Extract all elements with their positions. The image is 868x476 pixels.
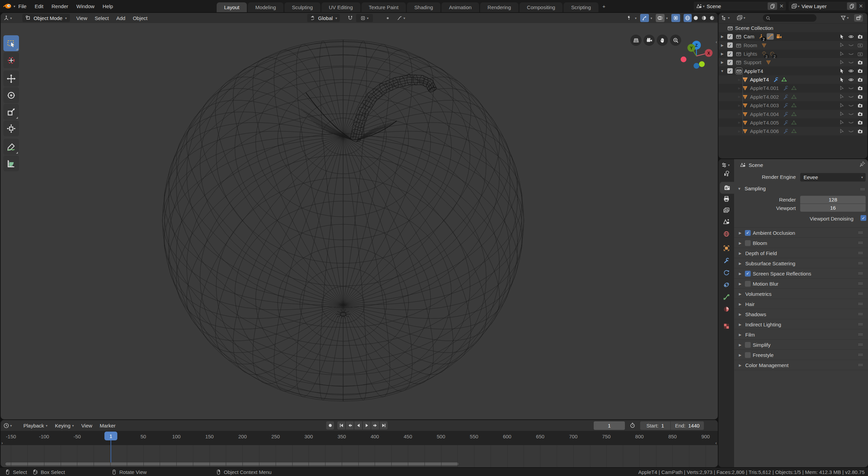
playhead-line[interactable]: [111, 440, 111, 462]
timeline-menu-view[interactable]: View: [78, 420, 96, 431]
expander-icon[interactable]: ▶: [738, 95, 742, 98]
selectable-toggle[interactable]: [839, 103, 848, 108]
hide-viewport-toggle[interactable]: [848, 42, 857, 48]
hide-viewport-toggle[interactable]: [848, 77, 857, 82]
panel-checkbox[interactable]: ✓: [745, 271, 751, 277]
timeline-menu-playback[interactable]: Playback▾: [20, 420, 51, 431]
selectable-toggle[interactable]: [839, 42, 848, 48]
expander-icon[interactable]: ▶: [718, 60, 726, 64]
drag-grip-icon[interactable]: [858, 271, 863, 276]
next-keyframe-button[interactable]: [371, 421, 379, 430]
disable-render-toggle[interactable]: [857, 42, 867, 48]
selectable-toggle[interactable]: [839, 120, 848, 125]
hide-viewport-toggle[interactable]: [848, 111, 857, 117]
expander-icon[interactable]: ▶: [738, 121, 742, 124]
panel-hair[interactable]: ▶Hair: [734, 299, 868, 309]
drag-grip-icon[interactable]: [858, 332, 863, 337]
disable-render-toggle[interactable]: [857, 94, 867, 99]
properties-tab-object[interactable]: [718, 242, 734, 254]
selectable-toggle[interactable]: [839, 94, 848, 99]
add-workspace-button[interactable]: +: [598, 0, 610, 12]
properties-tab-world[interactable]: [718, 228, 734, 240]
drag-grip-icon[interactable]: [858, 342, 863, 347]
chevron-down-icon[interactable]: ▾: [633, 16, 638, 20]
hide-viewport-toggle[interactable]: [848, 129, 857, 134]
outliner-search-input[interactable]: [763, 14, 816, 22]
selectable-toggle[interactable]: [839, 111, 848, 117]
disable-render-toggle[interactable]: [857, 129, 867, 134]
menu-help[interactable]: Help: [99, 0, 117, 12]
outliner-row[interactable]: ▶AppleT4.004: [718, 110, 867, 118]
timeline-menu-keying[interactable]: Keying▾: [51, 420, 78, 431]
render-engine-select[interactable]: Eevee ▾: [800, 173, 866, 182]
collection-checkbox[interactable]: ✓: [727, 51, 733, 57]
drag-grip-icon[interactable]: [858, 302, 863, 307]
outliner-row[interactable]: ▶✓Support: [718, 58, 867, 66]
panel-ambient-occlusion[interactable]: ▶✓Ambient Occlusion: [734, 227, 868, 238]
workspace-tab-shading[interactable]: Shading: [407, 2, 440, 12]
expander-icon[interactable]: ▶: [718, 52, 726, 56]
navigation-gizmo[interactable]: Z Y X: [665, 33, 716, 74]
sampling-panel-header[interactable]: ▼ Sampling: [737, 186, 766, 191]
expander-icon[interactable]: ▶: [739, 363, 744, 367]
disable-render-toggle[interactable]: [857, 111, 867, 117]
tool-scale-button[interactable]: [3, 104, 19, 120]
expander-icon[interactable]: ▶: [739, 241, 744, 245]
tool-measure-button[interactable]: [3, 155, 19, 171]
new-scene-button[interactable]: [768, 2, 777, 10]
selectable-toggle[interactable]: [839, 85, 848, 91]
outliner-row-scene-collection[interactable]: Scene Collection: [718, 24, 867, 32]
nav-ortho-grid-button[interactable]: [630, 35, 642, 46]
outliner-row[interactable]: ▶✓Lights 3 2: [718, 50, 867, 58]
expander-icon[interactable]: ▶: [739, 343, 744, 347]
hide-viewport-toggle[interactable]: [848, 85, 857, 91]
disable-render-toggle[interactable]: [857, 77, 867, 82]
outliner-row[interactable]: ▶✓Cam 2: [718, 32, 867, 41]
proportional-editing-button[interactable]: [383, 14, 392, 22]
panel-film[interactable]: ▶Film: [734, 329, 868, 340]
shading-rendered-button[interactable]: [708, 14, 716, 22]
panel-checkbox[interactable]: [745, 281, 751, 287]
panel-indirect-lighting[interactable]: ▶Indirect Lighting: [734, 319, 868, 329]
workspace-tab-scripting[interactable]: Scripting: [564, 2, 598, 12]
menu-edit[interactable]: Edit: [31, 0, 47, 12]
expander-icon[interactable]: ▶: [739, 312, 744, 316]
drag-grip-icon[interactable]: [858, 230, 863, 235]
expander-icon[interactable]: ▶: [718, 35, 726, 38]
viewport-menu-add[interactable]: Add: [113, 13, 129, 23]
outliner-filter-button[interactable]: ▾: [841, 13, 849, 23]
outliner-row[interactable]: ▶AppleT4: [718, 75, 867, 84]
mode-selector[interactable]: Object Mode ▾: [22, 14, 70, 22]
panel-motion-blur[interactable]: ▶Motion Blur: [734, 278, 868, 289]
collection-checkbox[interactable]: ✓: [727, 42, 733, 48]
disable-render-toggle[interactable]: [857, 120, 867, 125]
outliner-row[interactable]: ▶AppleT4.006: [718, 127, 867, 135]
panel-freestyle[interactable]: ▶Freestyle: [734, 349, 868, 360]
expander-icon[interactable]: ▶: [738, 104, 742, 107]
snap-settings-button[interactable]: ▾: [356, 14, 373, 22]
expander-icon[interactable]: ▶: [718, 43, 726, 47]
tool-box-select-button[interactable]: [3, 35, 19, 51]
transform-orientation-selector[interactable]: Global ▾: [307, 14, 340, 22]
properties-tab-curve-data[interactable]: [718, 291, 734, 303]
properties-tab-tool[interactable]: [718, 168, 734, 179]
outliner-row[interactable]: ▶AppleT4.003: [718, 101, 867, 110]
workspace-tab-animation[interactable]: Animation: [441, 2, 479, 12]
expander-icon[interactable]: ▶: [739, 231, 744, 235]
scene-selector[interactable]: ▾ Scene ✕: [694, 2, 786, 11]
jump-to-start-button[interactable]: [337, 421, 345, 430]
snap-toggle-button[interactable]: [346, 14, 355, 22]
outliner-display-mode-button[interactable]: ▾: [737, 13, 745, 23]
timeline-menu-marker[interactable]: Marker: [96, 420, 119, 431]
remove-view-layer-button[interactable]: ✕: [856, 3, 865, 9]
drag-grip-icon[interactable]: [858, 363, 863, 368]
tool-move-button[interactable]: [3, 71, 19, 87]
stopwatch-icon[interactable]: [630, 422, 635, 428]
menu-file[interactable]: File: [14, 0, 31, 12]
hide-viewport-toggle[interactable]: [848, 94, 857, 99]
workspace-tab-sculpting[interactable]: Sculpting: [284, 2, 320, 12]
workspace-tab-texture-paint[interactable]: Texture Paint: [361, 2, 406, 12]
playhead[interactable]: 1: [104, 432, 117, 440]
show-overlays-button[interactable]: [656, 14, 665, 22]
viewport-denoising-checkbox[interactable]: ✓: [861, 215, 866, 221]
